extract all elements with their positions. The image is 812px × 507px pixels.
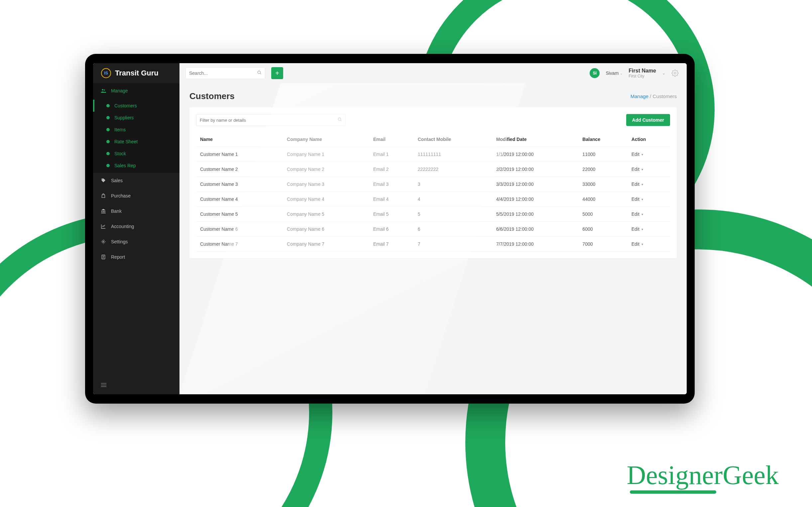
sidebar-toggle[interactable] — [93, 377, 179, 394]
table-row[interactable]: Customer Name 5Company Name 5Email 555/5… — [196, 207, 670, 222]
user-menu[interactable]: Sivam ⌄ — [605, 70, 623, 76]
sidebar-item-bank[interactable]: Bank — [93, 204, 179, 219]
sidebar-sub-item-sales-rep[interactable]: Sales Rep — [93, 160, 179, 172]
cell-balance: 6000 — [578, 222, 627, 237]
table-row[interactable]: Customer Name 2Company Name 2Email 22222… — [196, 162, 670, 177]
bullet-icon — [106, 164, 110, 167]
sidebar-sub-item-label: Suppliers — [114, 115, 134, 120]
sidebar-item-purchase[interactable]: Purchase — [93, 188, 179, 204]
edit-action[interactable]: Edit▾ — [632, 152, 666, 157]
settings-gear-icon[interactable] — [672, 69, 679, 77]
filter-input[interactable] — [200, 118, 337, 123]
cell-company: Company Name 7 — [283, 237, 369, 252]
cell-email: Email 7 — [369, 237, 414, 252]
svg-point-2 — [674, 72, 676, 74]
cell-email: Email 5 — [369, 207, 414, 222]
cell-action: Edit▾ — [628, 177, 670, 192]
cell-modified: 1/1/2019 12:00:00 — [492, 147, 579, 162]
cell-name: Customer Name 6 — [196, 222, 283, 237]
cell-email: Email 2 — [369, 162, 414, 177]
sidebar-item-sales[interactable]: Sales — [93, 173, 179, 188]
cell-name: Customer Name 7 — [196, 237, 283, 252]
cell-company: Company Name 4 — [283, 192, 369, 207]
column-header: Email — [369, 132, 414, 147]
tablet-frame: IS Transit Guru + SI Sivam ⌄ First Name — [85, 54, 695, 404]
column-header: Modified Date — [492, 132, 579, 147]
svg-point-3 — [102, 89, 104, 91]
breadcrumb-sep: / — [648, 94, 653, 99]
sidebar-item-label: Settings — [111, 239, 128, 244]
cell-balance: 5000 — [578, 207, 627, 222]
brand[interactable]: IS Transit Guru — [93, 63, 179, 83]
edit-label: Edit — [632, 241, 639, 247]
tag-icon — [100, 177, 106, 183]
svg-point-5 — [103, 241, 104, 242]
cell-email: Email 6 — [369, 222, 414, 237]
sidebar: Manage CustomersSuppliersItemsRate Sheet… — [93, 83, 179, 394]
cell-email: Email 1 — [369, 147, 414, 162]
edit-action[interactable]: Edit▾ — [632, 241, 666, 247]
edit-action[interactable]: Edit▾ — [632, 181, 666, 187]
svg-point-4 — [104, 90, 105, 91]
sidebar-sub-item-customers[interactable]: Customers — [93, 100, 179, 112]
column-header: Action — [628, 132, 670, 147]
customers-table: NameCompany NameEmailContact MobileModif… — [196, 132, 670, 252]
cell-name: Customer Name 1 — [196, 147, 283, 162]
sidebar-item-label: Bank — [111, 209, 122, 214]
cell-name: Customer Name 2 — [196, 162, 283, 177]
topbar: IS Transit Guru + SI Sivam ⌄ First Name — [93, 63, 687, 83]
table-row[interactable]: Customer Name 6Company Name 6Email 666/6… — [196, 222, 670, 237]
bullet-icon — [106, 104, 110, 107]
edit-label: Edit — [632, 181, 639, 187]
column-header: Contact Mobile — [414, 132, 492, 147]
breadcrumb-root[interactable]: Manage — [631, 94, 648, 99]
cell-name: Customer Name 3 — [196, 177, 283, 192]
profile-subtitle: First City — [629, 74, 656, 78]
sidebar-sub-item-items[interactable]: Items — [93, 124, 179, 136]
chevron-down-icon: ⌄ — [620, 71, 623, 75]
sidebar-item-settings[interactable]: Settings — [93, 234, 179, 249]
sidebar-sub-item-stock[interactable]: Stock — [93, 148, 179, 160]
sidebar-item-accounting[interactable]: Accounting — [93, 219, 179, 234]
sidebar-item-manage[interactable]: Manage — [93, 83, 179, 98]
sidebar-item-label: Purchase — [111, 193, 131, 199]
table-row[interactable]: Customer Name 1Company Name 1Email 11111… — [196, 147, 670, 162]
sidebar-sub-item-label: Sales Rep — [114, 163, 136, 168]
sidebar-sub-item-suppliers[interactable]: Suppliers — [93, 112, 179, 124]
chevron-down-icon[interactable]: ⌄ — [662, 71, 665, 75]
svg-line-1 — [260, 73, 261, 74]
edit-action[interactable]: Edit▾ — [632, 212, 666, 217]
add-customer-button[interactable]: Add Customer — [626, 114, 670, 126]
cell-mobile: 22222222 — [414, 162, 492, 177]
column-header: Company Name — [283, 132, 369, 147]
edit-label: Edit — [632, 167, 639, 172]
chart-icon — [100, 223, 106, 229]
user-avatar[interactable]: SI — [590, 68, 599, 78]
table-row[interactable]: Customer Name 7Company Name 7Email 777/7… — [196, 237, 670, 252]
search-input[interactable] — [189, 70, 257, 76]
filter-box[interactable] — [196, 114, 346, 126]
profile-selector[interactable]: First Name First City — [629, 68, 656, 78]
report-icon — [100, 254, 106, 260]
gear-icon — [100, 239, 106, 245]
sidebar-sub-item-label: Items — [114, 127, 126, 132]
cell-balance: 44000 — [578, 192, 627, 207]
sidebar-item-report[interactable]: Report — [93, 249, 179, 265]
cell-company: Company Name 1 — [283, 147, 369, 162]
table-row[interactable]: Customer Name 3Company Name 3Email 333/3… — [196, 177, 670, 192]
sidebar-sub-item-rate-sheet[interactable]: Rate Sheet — [93, 136, 179, 148]
global-search[interactable] — [185, 67, 265, 79]
edit-label: Edit — [632, 226, 639, 232]
cell-company: Company Name 3 — [283, 177, 369, 192]
svg-point-0 — [257, 71, 260, 73]
cell-mobile: 6 — [414, 222, 492, 237]
table-row[interactable]: Customer Name 4Company Name 4Email 444/4… — [196, 192, 670, 207]
cell-mobile: 5 — [414, 207, 492, 222]
cell-action: Edit▾ — [628, 207, 670, 222]
cell-action: Edit▾ — [628, 237, 670, 252]
edit-action[interactable]: Edit▾ — [632, 167, 666, 172]
edit-action[interactable]: Edit▾ — [632, 196, 666, 202]
brand-logo-icon: IS — [101, 68, 111, 78]
add-button[interactable]: + — [271, 67, 283, 79]
edit-action[interactable]: Edit▾ — [632, 226, 666, 232]
